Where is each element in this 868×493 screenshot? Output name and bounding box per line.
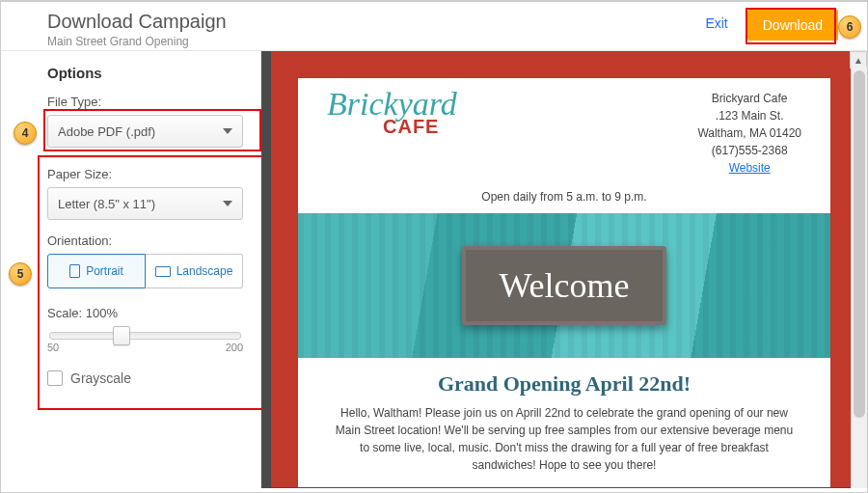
scrollbar[interactable]	[851, 67, 867, 488]
page-title: Download Campaign	[47, 10, 705, 33]
website-link[interactable]: Website	[729, 161, 771, 175]
orientation-landscape-button[interactable]: Landscape	[146, 254, 243, 288]
logo-text-2: CAFE	[383, 116, 697, 138]
orientation-portrait-label: Portrait	[86, 264, 123, 278]
callout-4: 4	[14, 122, 37, 145]
orientation-landscape-label: Landscape	[176, 264, 233, 278]
paper-size-label: Paper Size:	[47, 167, 243, 181]
callout-5: 5	[9, 262, 32, 286]
addr-city: Waltham, MA 01420	[697, 124, 801, 142]
paper-size-dropdown[interactable]: Letter (8.5" x 11")	[47, 187, 243, 220]
scale-label: Scale: 100%	[47, 306, 243, 320]
grayscale-label: Grayscale	[70, 370, 131, 386]
welcome-sign: Welcome	[462, 246, 665, 325]
scrollbar-thumb[interactable]	[854, 70, 865, 418]
chevron-down-icon	[223, 201, 232, 206]
campaign-name: Main Street Grand Opening	[47, 35, 705, 48]
body-text: Hello, Waltham! Please join us on Aprill…	[298, 404, 830, 487]
addr-phone: (617)555-2368	[697, 142, 801, 159]
file-type-value: Adobe PDF (.pdf)	[58, 124, 155, 139]
download-button[interactable]: Download	[747, 10, 838, 41]
portrait-icon	[69, 264, 80, 278]
options-heading: Options	[47, 65, 243, 81]
scale-max: 200	[226, 342, 243, 353]
chevron-down-icon	[223, 128, 232, 134]
callout-6: 6	[838, 15, 861, 39]
paper-size-value: Letter (8.5" x 11")	[58, 197, 155, 211]
hero-image: Welcome	[298, 213, 830, 358]
logo: Brickyard CAFE	[327, 90, 697, 138]
tagline: Open daily from 5 a.m. to 9 p.m.	[298, 184, 830, 213]
addr-street: .123 Main St.	[697, 107, 801, 124]
addr-name: Brickyard Cafe	[697, 90, 801, 107]
headline: Grand Opening April 22nd!	[298, 371, 830, 397]
preview-pane: Brickyard CAFE Brickyard Cafe .123 Main …	[261, 51, 867, 488]
scale-slider[interactable]	[49, 332, 241, 340]
file-type-dropdown[interactable]: Adobe PDF (.pdf)	[47, 115, 243, 148]
grayscale-checkbox[interactable]	[47, 370, 63, 386]
orientation-label: Orientation:	[47, 233, 243, 248]
exit-link[interactable]: Exit	[705, 10, 727, 31]
address-block: Brickyard Cafe .123 Main St. Waltham, MA…	[697, 90, 801, 177]
scale-slider-thumb[interactable]	[113, 326, 130, 345]
file-type-label: File Type:	[47, 95, 243, 109]
scale-min: 50	[47, 342, 59, 353]
landscape-icon	[155, 266, 171, 277]
orientation-portrait-button[interactable]: Portrait	[47, 254, 146, 288]
